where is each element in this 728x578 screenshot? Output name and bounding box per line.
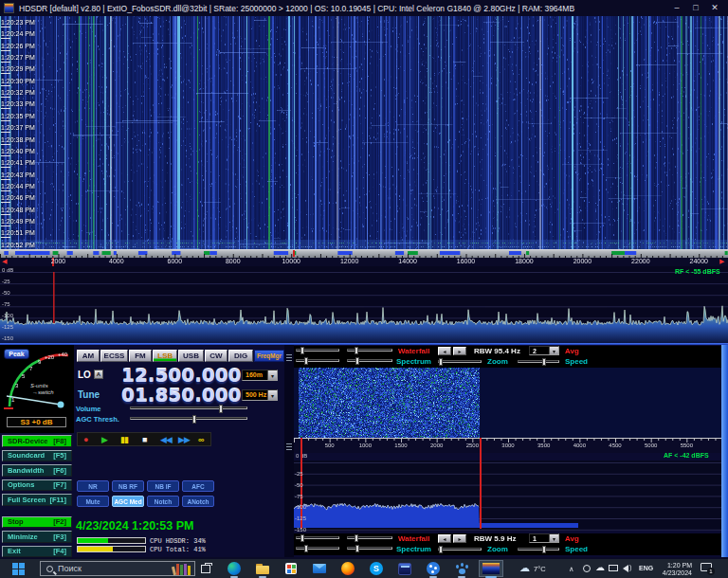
fast-forward-button[interactable]: ▶▶ <box>178 435 190 445</box>
spectrum-offset-slider[interactable] <box>347 357 392 365</box>
dsp-button-anotch[interactable]: ANotch <box>182 496 214 507</box>
firefox-button[interactable] <box>336 560 360 577</box>
lo-lock-button[interactable]: A <box>94 370 103 379</box>
dsp-button-mute[interactable]: Mute <box>77 496 109 507</box>
weather-temperature[interactable]: 7°C <box>534 565 546 573</box>
mode-button-fm[interactable]: FM <box>129 350 152 362</box>
dsp-button-afc[interactable]: AFC <box>182 480 214 492</box>
fobos-play-button[interactable] <box>392 560 417 577</box>
waterfall-right-arrow-button[interactable]: ► <box>453 534 466 543</box>
play-button[interactable]: ▶ <box>101 435 107 445</box>
paw-app-button[interactable] <box>449 560 474 577</box>
speed-slider[interactable] <box>518 546 559 553</box>
mode-button-usb[interactable]: USB <box>178 350 204 362</box>
microsoft-store-button[interactable] <box>279 560 303 577</box>
mode-button-dig[interactable]: DIG <box>228 350 253 362</box>
stop-button[interactable]: ■ <box>142 435 146 445</box>
start-button[interactable] <box>6 560 30 577</box>
button-exit[interactable]: Exit[F4] <box>2 546 72 558</box>
hdsdr-taskbar-button-active[interactable] <box>479 560 503 577</box>
speed-slider[interactable] <box>518 358 559 366</box>
search-highlight-books-icon[interactable] <box>172 563 191 575</box>
minimize-button[interactable]: – <box>667 0 686 16</box>
edge-browser-button[interactable] <box>222 560 246 577</box>
maximize-button[interactable]: □ <box>686 0 705 16</box>
tray-chevron-icon[interactable]: ∧ <box>569 565 574 573</box>
button-stop[interactable]: Stop[F2] <box>2 516 72 529</box>
rf-spectrum-display[interactable] <box>0 266 728 343</box>
tune-frequency-value[interactable]: 01.850.000 <box>121 386 239 405</box>
freqmgr-button[interactable]: FreqMgr <box>254 350 284 362</box>
waterfall-contrast-slider[interactable] <box>347 534 392 542</box>
chevron-down-icon[interactable]: ▾ <box>267 390 277 400</box>
ruler-left-arrow-icon[interactable]: ◀ <box>0 258 9 265</box>
af-waterfall-display[interactable] <box>294 368 722 438</box>
avg-dropdown[interactable]: 2 ▾ <box>529 346 559 355</box>
chevron-down-icon[interactable]: ▾ <box>549 347 558 354</box>
dsp-button-notch[interactable]: Notch <box>147 496 179 507</box>
lo-frequency-value[interactable]: 12.500.000 <box>121 366 239 385</box>
waterfall-right-arrow-button[interactable]: ► <box>453 347 466 355</box>
spectrum-gain-slider[interactable] <box>296 357 339 365</box>
slider-track[interactable] <box>130 417 247 420</box>
button-options[interactable]: Options[F7] <box>2 479 72 492</box>
af-filter-high-edge[interactable] <box>480 438 482 529</box>
dsp-button-agc-med[interactable]: AGC Med <box>112 496 144 507</box>
waterfall-left-arrow-button[interactable]: ◄ <box>438 347 451 355</box>
spectrum-gain-slider[interactable] <box>296 545 339 552</box>
chevron-down-icon[interactable]: ▾ <box>549 534 558 542</box>
right-scrollbar[interactable] <box>721 345 728 557</box>
record-button[interactable]: ● <box>83 435 87 445</box>
mode-button-am[interactable]: AM <box>77 350 100 362</box>
taskbar-clock[interactable]: 1:20 PM 4/23/2024 <box>654 562 692 577</box>
waterfall-left-arrow-button[interactable]: ◄ <box>438 534 451 543</box>
agc-threshold-slider[interactable] <box>130 415 247 424</box>
close-button[interactable]: ✕ <box>705 0 724 16</box>
button-key: [F3] <box>53 533 66 541</box>
af-spectrum-display[interactable] <box>294 461 722 531</box>
slider-thumb[interactable] <box>192 415 196 424</box>
zoom-slider[interactable] <box>438 358 482 366</box>
panel-splitter[interactable] <box>284 345 294 557</box>
mode-button-lsb[interactable]: LSB <box>153 350 177 362</box>
peak-button[interactable]: Peak <box>4 349 29 359</box>
dsp-button-nr[interactable]: NR <box>77 480 109 492</box>
network-icon[interactable] <box>609 565 618 571</box>
onedrive-cloud-icon[interactable]: ☁ <box>595 562 605 572</box>
loop-button[interactable]: ∞ <box>198 435 203 445</box>
button-soundcard[interactable]: Soundcard[F5] <box>2 450 72 462</box>
waterfall-brightness-slider[interactable] <box>296 347 339 354</box>
lo-band-dropdown[interactable]: 160m ▾ <box>242 370 278 381</box>
rewind-button[interactable]: ◀◀ <box>160 435 172 445</box>
chevron-down-icon[interactable]: ▾ <box>267 370 277 380</box>
zoom-slider[interactable] <box>438 546 482 553</box>
button-full-screen[interactable]: Full Screen[F11] <box>2 494 72 506</box>
taskbar-search-input[interactable]: Поиск <box>40 561 195 576</box>
task-view-button[interactable] <box>193 560 218 577</box>
slider-track[interactable] <box>130 406 247 409</box>
button-sdr-device[interactable]: SDR-Device[F8] <box>2 435 72 447</box>
sphere-app-button[interactable] <box>421 560 446 577</box>
file-explorer-button[interactable] <box>250 560 275 577</box>
skype-button[interactable]: S <box>364 560 389 577</box>
mail-button[interactable] <box>307 560 332 577</box>
dsp-button-nb-if[interactable]: NB IF <box>147 480 179 492</box>
waterfall-contrast-slider[interactable] <box>347 347 392 354</box>
avg-dropdown[interactable]: 1 ▾ <box>529 533 559 543</box>
tune-step-dropdown[interactable]: 500 Hz ▾ <box>242 389 278 401</box>
tray-sync-icon[interactable] <box>583 565 591 572</box>
rf-waterfall-display[interactable] <box>0 16 728 249</box>
waterfall-brightness-slider[interactable] <box>296 534 339 542</box>
mode-button-cw[interactable]: CW <box>205 350 228 362</box>
button-minimize[interactable]: Minimize[F3] <box>2 531 72 543</box>
pause-button[interactable]: ▮▮ <box>120 435 128 445</box>
weather-cloud-icon[interactable]: ☁ <box>519 562 530 574</box>
ruler-right-arrow-icon[interactable]: ▶ <box>718 258 727 265</box>
mode-button-ecss[interactable]: ECSS <box>100 350 128 362</box>
button-bandwidth[interactable]: Bandwidth[F6] <box>2 464 72 477</box>
spectrum-offset-slider[interactable] <box>347 545 392 552</box>
language-indicator[interactable]: ENG <box>639 565 653 571</box>
volume-slider[interactable] <box>130 405 247 413</box>
slider-thumb[interactable] <box>219 405 223 413</box>
dsp-button-nb-rf[interactable]: NB RF <box>112 480 144 492</box>
